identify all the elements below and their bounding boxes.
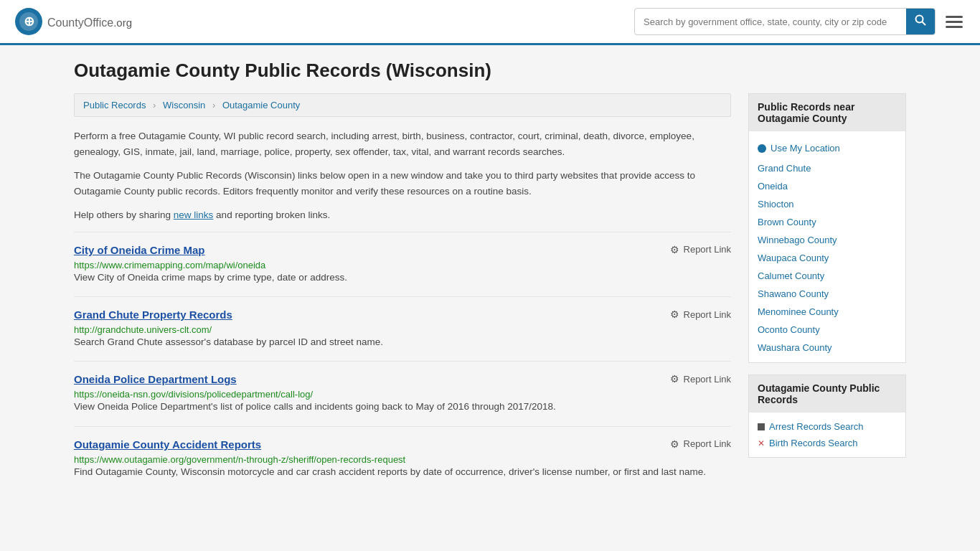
record-entry: Grand Chute Property Records ⚙ Report Li… [74, 296, 731, 361]
record-header: Oneida Police Department Logs ⚙ Report L… [74, 373, 731, 385]
logo-area: ⊕ CountyOffice.org [14, 7, 132, 36]
record-desc: Search Grand Chute assessor's database b… [74, 335, 731, 349]
new-links-link[interactable]: new links [174, 209, 214, 220]
main-layout: Public Records › Wisconsin › Outagamie C… [74, 93, 906, 491]
nearby-link-item: Menominee County [749, 303, 905, 321]
record-url[interactable]: https://oneida-nsn.gov/divisions/policed… [74, 389, 313, 400]
report-link-label: Report Link [684, 438, 731, 449]
sidebar-record-link[interactable]: Arrest Records Search [769, 421, 864, 432]
nearby-link[interactable]: Shawano County [758, 288, 829, 299]
sidebar: Public Records near Outagamie County Use… [748, 93, 906, 469]
site-header: ⊕ CountyOffice.org [0, 0, 980, 45]
records-sub-list: Arrest Records Search✕Birth Records Sear… [749, 413, 905, 457]
record-title[interactable]: City of Oneida Crime Map [74, 244, 205, 256]
records-section: Outagamie County Public Records Arrest R… [748, 375, 906, 458]
report-link-button[interactable]: ⚙ Report Link [670, 373, 731, 385]
record-header: City of Oneida Crime Map ⚙ Report Link [74, 244, 731, 256]
nearby-link[interactable]: Oconto County [758, 324, 820, 335]
page-title: Outagamie County Public Records (Wiscons… [74, 60, 906, 82]
report-link-icon: ⚙ [670, 244, 679, 255]
breadcrumb-public-records[interactable]: Public Records [83, 100, 146, 110]
record-entry: Outagamie County Accident Reports ⚙ Repo… [74, 426, 731, 491]
sidebar-record-item: ✕Birth Records Search [758, 435, 897, 451]
logo-text: CountyOffice.org [47, 14, 132, 30]
report-link-label: Report Link [684, 244, 731, 255]
square-icon [758, 423, 765, 430]
record-header: Outagamie County Accident Reports ⚙ Repo… [74, 438, 731, 451]
nearby-link[interactable]: Oneida [758, 181, 788, 192]
svg-text:⊕: ⊕ [24, 14, 34, 29]
menu-line-1 [946, 16, 963, 18]
records-section-header: Outagamie County Public Records [749, 375, 905, 413]
search-button[interactable] [906, 9, 935, 34]
search-bar [634, 8, 936, 35]
nearby-link[interactable]: Waupaca County [758, 253, 829, 263]
report-link-button[interactable]: ⚙ Report Link [670, 438, 731, 450]
nearby-link-item: Shiocton [749, 195, 905, 213]
breadcrumb: Public Records › Wisconsin › Outagamie C… [74, 93, 731, 117]
sidebar-record-item: Arrest Records Search [758, 418, 897, 435]
content-wrapper: Outagamie County Public Records (Wiscons… [60, 45, 920, 505]
description-1: Perform a free Outagamie County, WI publ… [74, 128, 731, 159]
use-my-location-item[interactable]: Use My Location [749, 137, 905, 159]
description-3: Help others by sharing new links and rep… [74, 207, 731, 223]
header-right [634, 8, 966, 35]
location-dot-icon [758, 144, 766, 153]
menu-line-3 [946, 26, 963, 28]
nearby-link-item: Oneida [749, 177, 905, 195]
nearby-link[interactable]: Grand Chute [758, 163, 811, 174]
nearby-link[interactable]: Menominee County [758, 306, 839, 317]
report-link-icon: ⚙ [670, 373, 679, 385]
nearby-link[interactable]: Waushara County [758, 342, 832, 353]
record-entry: City of Oneida Crime Map ⚙ Report Link h… [74, 232, 731, 296]
nearby-link[interactable]: Shiocton [758, 199, 794, 209]
record-entry: Oneida Police Department Logs ⚙ Report L… [74, 361, 731, 425]
report-link-button[interactable]: ⚙ Report Link [670, 244, 731, 255]
nearby-link-item: Shawano County [749, 285, 905, 303]
sidebar-record-link[interactable]: Birth Records Search [769, 438, 858, 448]
record-title[interactable]: Oneida Police Department Logs [74, 373, 237, 385]
nearby-link-item: Waupaca County [749, 249, 905, 267]
nearby-link[interactable]: Winnebago County [758, 235, 837, 245]
report-link-label: Report Link [684, 374, 731, 385]
record-desc: Find Outagamie County, Wisconsin motorcy… [74, 465, 731, 479]
breadcrumb-wisconsin[interactable]: Wisconsin [163, 100, 205, 110]
search-input[interactable] [635, 11, 906, 33]
nearby-link-item: Winnebago County [749, 231, 905, 249]
records-container: City of Oneida Crime Map ⚙ Report Link h… [74, 232, 731, 491]
nearby-header: Public Records near Outagamie County [749, 94, 905, 131]
record-desc: View Oneida Police Department's list of … [74, 400, 731, 414]
record-url[interactable]: http://grandchute.univers-clt.com/ [74, 324, 212, 335]
x-icon: ✕ [758, 438, 765, 448]
breadcrumb-outagamie[interactable]: Outagamie County [222, 100, 300, 110]
report-link-icon: ⚙ [670, 309, 679, 320]
record-title[interactable]: Grand Chute Property Records [74, 309, 232, 321]
report-link-button[interactable]: ⚙ Report Link [670, 309, 731, 320]
description-2: The Outagamie County Public Records (Wis… [74, 168, 731, 199]
record-desc: View City of Oneida crime maps by crime … [74, 270, 731, 285]
record-header: Grand Chute Property Records ⚙ Report Li… [74, 309, 731, 321]
hamburger-menu-button[interactable] [943, 13, 966, 31]
nearby-list: Use My Location Grand ChuteOneidaShiocto… [749, 131, 905, 362]
record-title[interactable]: Outagamie County Accident Reports [74, 438, 261, 451]
logo-icon: ⊕ [14, 7, 43, 36]
record-url[interactable]: https://www.crimemapping.com/map/wi/onei… [74, 260, 265, 270]
use-my-location-link[interactable]: Use My Location [771, 143, 840, 154]
nearby-link-item: Brown County [749, 213, 905, 231]
nearby-link[interactable]: Calumet County [758, 270, 824, 281]
nearby-link-item: Waushara County [749, 339, 905, 357]
report-link-label: Report Link [684, 309, 731, 320]
nearby-link-item: Oconto County [749, 321, 905, 339]
search-icon [915, 14, 926, 26]
svg-line-4 [923, 22, 926, 26]
nearby-links-container: Grand ChuteOneidaShioctonBrown CountyWin… [749, 159, 905, 357]
breadcrumb-sep-1: › [153, 100, 156, 110]
svg-point-3 [916, 16, 923, 23]
nearby-link[interactable]: Brown County [758, 217, 816, 227]
nearby-link-item: Grand Chute [749, 159, 905, 177]
breadcrumb-sep-2: › [212, 100, 215, 110]
nearby-section: Public Records near Outagamie County Use… [748, 93, 906, 363]
main-column: Public Records › Wisconsin › Outagamie C… [74, 93, 731, 491]
record-url[interactable]: https://www.outagamie.org/government/n-t… [74, 454, 405, 465]
report-link-icon: ⚙ [670, 438, 679, 450]
